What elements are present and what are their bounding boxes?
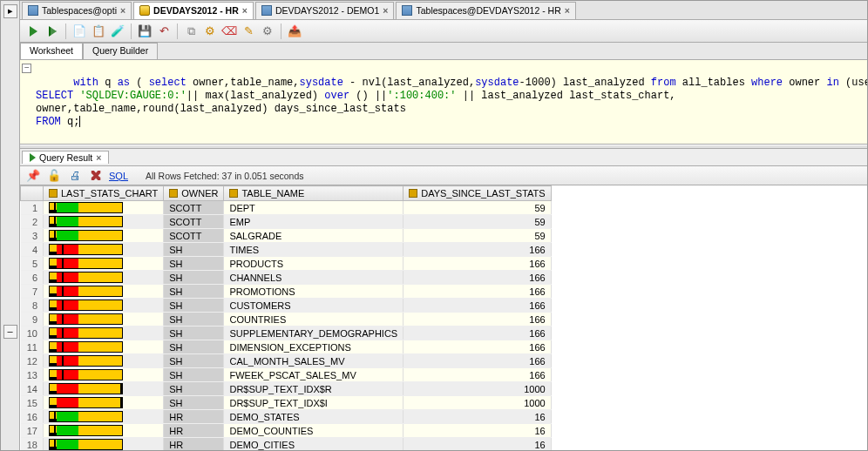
close-icon[interactable]: × (96, 152, 101, 163)
gauge-chart (49, 411, 123, 422)
tab-label: Tablespaces@DEVDAYS2012 - HR (416, 5, 560, 16)
cell-table-name: PROMOTIONS (224, 285, 403, 299)
sql-tuning-button[interactable]: 🧪 (110, 24, 125, 39)
tab-label: Tablespaces@opti (42, 5, 117, 16)
tab-label: Query Result (39, 152, 92, 163)
table-row[interactable]: 7SHPROMOTIONS166 (21, 285, 552, 299)
table-row[interactable]: 12SHCAL_MONTH_SALES_MV166 (21, 354, 552, 368)
fetch-status: All Rows Fetched: 37 in 0.051 seconds (146, 171, 304, 181)
row-number: 11 (21, 340, 44, 354)
document-tab[interactable]: Tablespaces@DEVDAYS2012 - HR× (396, 2, 575, 19)
left-minimize-button[interactable]: – (3, 325, 17, 339)
gauge-chart (49, 216, 123, 227)
cell-owner: SH (164, 382, 224, 396)
close-icon[interactable]: × (120, 5, 125, 16)
autotrace-button[interactable]: 📋 (91, 24, 106, 39)
table-row[interactable]: 10SHSUPPLEMENTARY_DEMOGRAPHICS166 (21, 326, 552, 340)
column-header[interactable]: TABLE_NAME (224, 186, 403, 201)
table-row[interactable]: 9SHCOUNTRIES166 (21, 313, 552, 326)
left-restore-button[interactable]: ▸ (3, 4, 17, 18)
settings-button[interactable]: ⚙ (260, 24, 275, 39)
table-row[interactable]: 3SCOTTSALGRADE59 (21, 229, 552, 243)
column-header[interactable]: OWNER (164, 186, 224, 201)
table-row[interactable]: 6SHCHANNELS166 (21, 271, 552, 285)
eraser-icon: ⌫ (221, 25, 237, 37)
row-number: 4 (21, 243, 44, 257)
gauge-chart (49, 397, 123, 408)
worksheet-tab[interactable]: Query Builder (83, 43, 158, 59)
gauge-chart (49, 202, 123, 213)
gauge-chart (49, 300, 123, 311)
cell-table-name: COUNTRIES (224, 313, 403, 326)
close-icon[interactable]: × (383, 5, 388, 16)
tab-label: DEVDAYS2012 - HR (153, 5, 239, 16)
column-header[interactable]: DAYS_SINCE_LAST_STATS (403, 186, 551, 201)
close-icon[interactable]: × (242, 5, 248, 16)
cell-days: 166 (403, 326, 551, 340)
table-row[interactable]: 16HRDEMO_STATES16 (21, 410, 552, 424)
row-number: 15 (21, 396, 44, 410)
table-row[interactable]: 14SHDR$SUP_TEXT_IDX$R1000 (21, 382, 552, 396)
row-number-header (21, 186, 44, 201)
column-icon (49, 189, 58, 198)
export-results-button[interactable]: 🞮 (88, 168, 104, 184)
table-row[interactable]: 8SHCUSTOMERS166 (21, 299, 552, 313)
refresh-button[interactable]: 🔓 (46, 168, 62, 184)
document-tab[interactable]: Tablespaces@opti× (22, 2, 132, 19)
worksheet-tab[interactable]: Worksheet (20, 43, 83, 59)
row-number: 10 (21, 326, 44, 340)
worksheet-toolbar: 📄 📋 🧪 💾 ↶ ⧉ ⚙ ⌫ ✎ ⚙ 📤 (20, 20, 867, 43)
table-row[interactable]: 13SHFWEEK_PSCAT_SALES_MV166 (21, 368, 552, 382)
column-header[interactable]: LAST_STATS_CHART (44, 186, 164, 201)
cell-days: 166 (403, 285, 551, 299)
sql-editor[interactable]: −with q as ( select owner,table_name,sys… (20, 60, 867, 145)
explain-plan-button[interactable]: 📄 (71, 24, 87, 39)
cell-days: 59 (403, 215, 551, 229)
gauge-chart (49, 286, 123, 297)
sql-link[interactable]: SQL (109, 171, 128, 181)
unshared-button[interactable]: ⧉ (183, 24, 199, 39)
cell-table-name: CHANNELS (224, 271, 403, 285)
cell-table-name: PRODUCTS (224, 257, 403, 271)
sql-icon (139, 5, 150, 16)
cell-table-name: FWEEK_PSCAT_SALES_MV (224, 368, 403, 382)
table-row[interactable]: 4SHTIMES166 (21, 243, 552, 257)
gauge-chart (49, 258, 123, 269)
table-row[interactable]: 17HRDEMO_COUNTIES16 (21, 424, 552, 438)
column-label: LAST_STATS_CHART (61, 188, 158, 199)
results-grid[interactable]: LAST_STATS_CHARTOWNERTABLE_NAMEDAYS_SINC… (20, 185, 867, 450)
table-row[interactable]: 11SHDIMENSION_EXCEPTIONS166 (21, 340, 552, 354)
cell-owner: SH (164, 313, 224, 326)
table-row[interactable]: 1SCOTTDEPT59 (21, 201, 552, 215)
run-script-button[interactable] (44, 24, 60, 39)
gauge-chart (49, 369, 123, 380)
pin-button[interactable]: 📌 (25, 168, 41, 184)
history-button[interactable]: ✎ (241, 24, 256, 39)
code-fold-toggle[interactable]: − (22, 64, 31, 73)
cell-gauge (44, 410, 164, 424)
cell-gauge (44, 271, 164, 285)
close-icon[interactable]: × (565, 5, 570, 16)
commit-button[interactable]: 💾 (137, 24, 153, 39)
gauge-chart (49, 355, 123, 367)
table-row[interactable]: 15SHDR$SUP_TEXT_IDX$I1000 (21, 396, 552, 410)
table-row[interactable]: 18HRDEMO_CITIES16 (21, 438, 552, 451)
document-tab[interactable]: DEVDAYS2012 - DEMO1× (255, 2, 395, 19)
export-button[interactable]: 📤 (287, 24, 302, 39)
print-button[interactable]: 🖨 (67, 168, 83, 184)
toolbar-separator (65, 24, 66, 39)
format-button[interactable]: ⚙ (202, 24, 218, 39)
left-dock: ▸ – (1, 1, 20, 450)
run-statement-button[interactable] (25, 24, 41, 39)
table-row[interactable]: 5SHPRODUCTS166 (21, 257, 552, 271)
table-row[interactable]: 2SCOTTEMP59 (21, 215, 552, 229)
cell-table-name: SALGRADE (224, 229, 403, 243)
document-tab[interactable]: DEVDAYS2012 - HR× (133, 2, 254, 19)
rollback-button[interactable]: ↶ (156, 24, 172, 39)
column-icon (409, 189, 417, 198)
clear-button[interactable]: ⌫ (221, 24, 237, 39)
toolbar-separator (281, 24, 281, 39)
row-number: 1 (21, 201, 44, 215)
tab-query-result[interactable]: Query Result × (22, 151, 109, 164)
query-result-pane: Query Result × 📌 🔓 🖨 🞮 SQL All Rows Fetc… (20, 149, 867, 450)
